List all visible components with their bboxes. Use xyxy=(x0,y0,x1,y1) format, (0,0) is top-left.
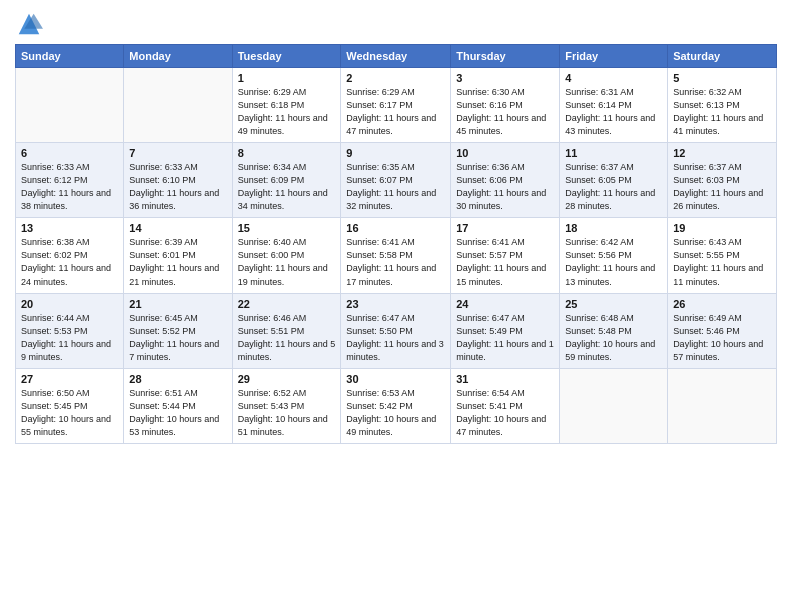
calendar-cell xyxy=(668,368,777,443)
day-detail: Sunrise: 6:54 AM Sunset: 5:41 PM Dayligh… xyxy=(456,387,554,439)
weekday-header-row: SundayMondayTuesdayWednesdayThursdayFrid… xyxy=(16,45,777,68)
calendar-table: SundayMondayTuesdayWednesdayThursdayFrid… xyxy=(15,44,777,444)
day-number: 28 xyxy=(129,373,226,385)
day-detail: Sunrise: 6:42 AM Sunset: 5:56 PM Dayligh… xyxy=(565,236,662,288)
calendar-week-5: 27Sunrise: 6:50 AM Sunset: 5:45 PM Dayli… xyxy=(16,368,777,443)
day-number: 5 xyxy=(673,72,771,84)
weekday-header-tuesday: Tuesday xyxy=(232,45,341,68)
calendar-cell xyxy=(124,68,232,143)
day-number: 11 xyxy=(565,147,662,159)
day-number: 17 xyxy=(456,222,554,234)
day-detail: Sunrise: 6:41 AM Sunset: 5:58 PM Dayligh… xyxy=(346,236,445,288)
calendar-cell: 7Sunrise: 6:33 AM Sunset: 6:10 PM Daylig… xyxy=(124,143,232,218)
day-detail: Sunrise: 6:31 AM Sunset: 6:14 PM Dayligh… xyxy=(565,86,662,138)
weekday-header-monday: Monday xyxy=(124,45,232,68)
day-detail: Sunrise: 6:34 AM Sunset: 6:09 PM Dayligh… xyxy=(238,161,336,213)
day-number: 12 xyxy=(673,147,771,159)
calendar-cell: 14Sunrise: 6:39 AM Sunset: 6:01 PM Dayli… xyxy=(124,218,232,293)
calendar-cell: 30Sunrise: 6:53 AM Sunset: 5:42 PM Dayli… xyxy=(341,368,451,443)
day-detail: Sunrise: 6:47 AM Sunset: 5:50 PM Dayligh… xyxy=(346,312,445,364)
calendar-cell: 23Sunrise: 6:47 AM Sunset: 5:50 PM Dayli… xyxy=(341,293,451,368)
day-detail: Sunrise: 6:29 AM Sunset: 6:18 PM Dayligh… xyxy=(238,86,336,138)
calendar-cell: 20Sunrise: 6:44 AM Sunset: 5:53 PM Dayli… xyxy=(16,293,124,368)
calendar-cell: 27Sunrise: 6:50 AM Sunset: 5:45 PM Dayli… xyxy=(16,368,124,443)
page: SundayMondayTuesdayWednesdayThursdayFrid… xyxy=(0,0,792,612)
day-detail: Sunrise: 6:33 AM Sunset: 6:12 PM Dayligh… xyxy=(21,161,118,213)
day-detail: Sunrise: 6:46 AM Sunset: 5:51 PM Dayligh… xyxy=(238,312,336,364)
calendar-cell: 15Sunrise: 6:40 AM Sunset: 6:00 PM Dayli… xyxy=(232,218,341,293)
day-number: 4 xyxy=(565,72,662,84)
day-detail: Sunrise: 6:29 AM Sunset: 6:17 PM Dayligh… xyxy=(346,86,445,138)
calendar-week-2: 6Sunrise: 6:33 AM Sunset: 6:12 PM Daylig… xyxy=(16,143,777,218)
day-detail: Sunrise: 6:49 AM Sunset: 5:46 PM Dayligh… xyxy=(673,312,771,364)
day-number: 18 xyxy=(565,222,662,234)
calendar-cell xyxy=(16,68,124,143)
calendar-week-3: 13Sunrise: 6:38 AM Sunset: 6:02 PM Dayli… xyxy=(16,218,777,293)
calendar-cell: 1Sunrise: 6:29 AM Sunset: 6:18 PM Daylig… xyxy=(232,68,341,143)
day-number: 6 xyxy=(21,147,118,159)
calendar-cell: 13Sunrise: 6:38 AM Sunset: 6:02 PM Dayli… xyxy=(16,218,124,293)
calendar-week-1: 1Sunrise: 6:29 AM Sunset: 6:18 PM Daylig… xyxy=(16,68,777,143)
day-number: 8 xyxy=(238,147,336,159)
day-number: 31 xyxy=(456,373,554,385)
calendar-cell: 29Sunrise: 6:52 AM Sunset: 5:43 PM Dayli… xyxy=(232,368,341,443)
calendar-cell: 28Sunrise: 6:51 AM Sunset: 5:44 PM Dayli… xyxy=(124,368,232,443)
day-number: 25 xyxy=(565,298,662,310)
day-detail: Sunrise: 6:35 AM Sunset: 6:07 PM Dayligh… xyxy=(346,161,445,213)
day-number: 29 xyxy=(238,373,336,385)
day-number: 23 xyxy=(346,298,445,310)
day-number: 9 xyxy=(346,147,445,159)
logo xyxy=(15,10,47,38)
day-detail: Sunrise: 6:37 AM Sunset: 6:05 PM Dayligh… xyxy=(565,161,662,213)
day-detail: Sunrise: 6:36 AM Sunset: 6:06 PM Dayligh… xyxy=(456,161,554,213)
calendar-cell: 4Sunrise: 6:31 AM Sunset: 6:14 PM Daylig… xyxy=(560,68,668,143)
day-number: 16 xyxy=(346,222,445,234)
day-detail: Sunrise: 6:33 AM Sunset: 6:10 PM Dayligh… xyxy=(129,161,226,213)
day-detail: Sunrise: 6:48 AM Sunset: 5:48 PM Dayligh… xyxy=(565,312,662,364)
calendar-cell: 21Sunrise: 6:45 AM Sunset: 5:52 PM Dayli… xyxy=(124,293,232,368)
calendar-cell: 18Sunrise: 6:42 AM Sunset: 5:56 PM Dayli… xyxy=(560,218,668,293)
day-number: 21 xyxy=(129,298,226,310)
calendar-cell: 12Sunrise: 6:37 AM Sunset: 6:03 PM Dayli… xyxy=(668,143,777,218)
weekday-header-thursday: Thursday xyxy=(451,45,560,68)
calendar-body: 1Sunrise: 6:29 AM Sunset: 6:18 PM Daylig… xyxy=(16,68,777,444)
calendar-cell: 17Sunrise: 6:41 AM Sunset: 5:57 PM Dayli… xyxy=(451,218,560,293)
calendar-cell: 3Sunrise: 6:30 AM Sunset: 6:16 PM Daylig… xyxy=(451,68,560,143)
day-number: 13 xyxy=(21,222,118,234)
calendar-cell: 19Sunrise: 6:43 AM Sunset: 5:55 PM Dayli… xyxy=(668,218,777,293)
day-number: 10 xyxy=(456,147,554,159)
calendar-cell: 5Sunrise: 6:32 AM Sunset: 6:13 PM Daylig… xyxy=(668,68,777,143)
day-number: 3 xyxy=(456,72,554,84)
header xyxy=(15,10,777,38)
day-detail: Sunrise: 6:30 AM Sunset: 6:16 PM Dayligh… xyxy=(456,86,554,138)
calendar-cell: 31Sunrise: 6:54 AM Sunset: 5:41 PM Dayli… xyxy=(451,368,560,443)
day-number: 15 xyxy=(238,222,336,234)
calendar-cell: 16Sunrise: 6:41 AM Sunset: 5:58 PM Dayli… xyxy=(341,218,451,293)
day-detail: Sunrise: 6:52 AM Sunset: 5:43 PM Dayligh… xyxy=(238,387,336,439)
day-detail: Sunrise: 6:45 AM Sunset: 5:52 PM Dayligh… xyxy=(129,312,226,364)
calendar-cell: 6Sunrise: 6:33 AM Sunset: 6:12 PM Daylig… xyxy=(16,143,124,218)
day-detail: Sunrise: 6:41 AM Sunset: 5:57 PM Dayligh… xyxy=(456,236,554,288)
day-number: 1 xyxy=(238,72,336,84)
day-number: 19 xyxy=(673,222,771,234)
day-detail: Sunrise: 6:53 AM Sunset: 5:42 PM Dayligh… xyxy=(346,387,445,439)
day-detail: Sunrise: 6:43 AM Sunset: 5:55 PM Dayligh… xyxy=(673,236,771,288)
calendar-cell: 22Sunrise: 6:46 AM Sunset: 5:51 PM Dayli… xyxy=(232,293,341,368)
calendar-cell xyxy=(560,368,668,443)
day-number: 20 xyxy=(21,298,118,310)
weekday-header-friday: Friday xyxy=(560,45,668,68)
weekday-header-wednesday: Wednesday xyxy=(341,45,451,68)
day-number: 2 xyxy=(346,72,445,84)
day-detail: Sunrise: 6:39 AM Sunset: 6:01 PM Dayligh… xyxy=(129,236,226,288)
day-detail: Sunrise: 6:40 AM Sunset: 6:00 PM Dayligh… xyxy=(238,236,336,288)
day-number: 27 xyxy=(21,373,118,385)
calendar-cell: 25Sunrise: 6:48 AM Sunset: 5:48 PM Dayli… xyxy=(560,293,668,368)
day-detail: Sunrise: 6:51 AM Sunset: 5:44 PM Dayligh… xyxy=(129,387,226,439)
calendar-week-4: 20Sunrise: 6:44 AM Sunset: 5:53 PM Dayli… xyxy=(16,293,777,368)
day-number: 22 xyxy=(238,298,336,310)
weekday-header-sunday: Sunday xyxy=(16,45,124,68)
calendar-cell: 2Sunrise: 6:29 AM Sunset: 6:17 PM Daylig… xyxy=(341,68,451,143)
day-detail: Sunrise: 6:37 AM Sunset: 6:03 PM Dayligh… xyxy=(673,161,771,213)
logo-icon xyxy=(15,10,43,38)
calendar-cell: 8Sunrise: 6:34 AM Sunset: 6:09 PM Daylig… xyxy=(232,143,341,218)
